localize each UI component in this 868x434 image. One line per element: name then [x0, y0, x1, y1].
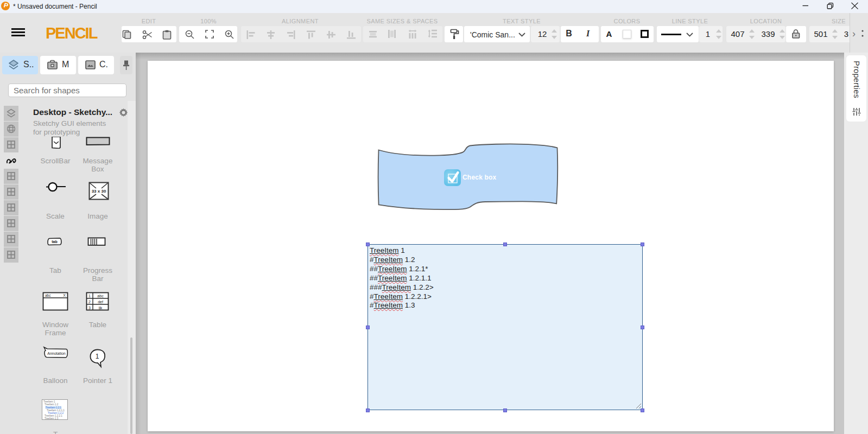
svg-text:TreeItem 1.3: TreeItem 1.3 [45, 417, 59, 420]
svg-text:TreeItem 1.2: TreeItem 1.2 [45, 403, 59, 406]
svg-text:def: def [98, 300, 103, 304]
svg-text:2: 2 [88, 300, 91, 304]
svg-text:33 x 30: 33 x 30 [92, 189, 106, 194]
svg-text:X: X [63, 293, 66, 297]
svg-text:1: 1 [88, 294, 91, 298]
svg-text:3: 3 [88, 306, 91, 310]
svg-text:abc: abc [45, 293, 51, 297]
svg-text:ijk: ijk [99, 306, 103, 310]
svg-text:1: 1 [96, 353, 99, 360]
svg-text:tab: tab [52, 240, 58, 244]
svg-text:abc: abc [97, 294, 104, 298]
svg-text:Annotation: Annotation [47, 352, 66, 355]
